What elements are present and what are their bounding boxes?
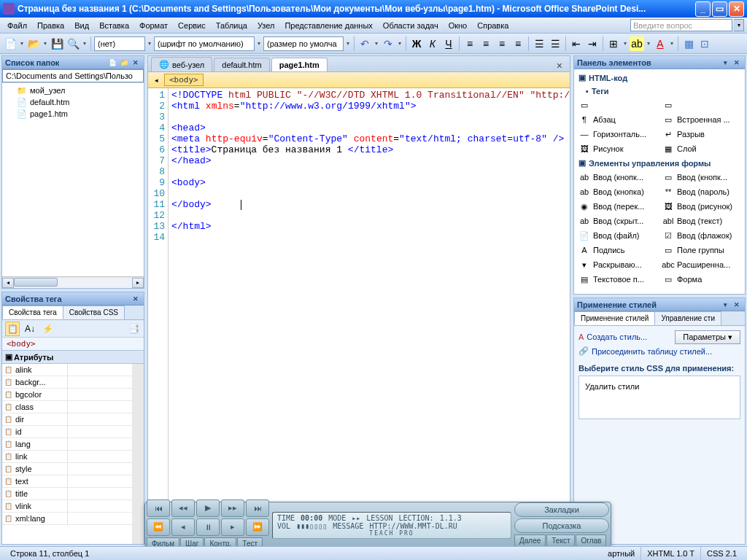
props-events-icon[interactable]: ⚡	[40, 322, 55, 336]
menu-dataview[interactable]: Представление данных	[280, 20, 376, 31]
folder-hscroll[interactable]: ◂▸	[2, 276, 144, 288]
align-left-icon[interactable]: ≡	[462, 36, 477, 51]
attr-name[interactable]: backgr...	[2, 376, 68, 388]
toolbox-menu-icon[interactable]: ▾	[720, 58, 730, 68]
attr-name[interactable]: bgcolor	[2, 389, 68, 400]
file-tab-site[interactable]: 🌐веб-узел	[151, 57, 212, 71]
new-style-link[interactable]: AСоздать стиль...	[578, 330, 675, 343]
toolbox-item[interactable]: ablВвод (текст)	[659, 214, 743, 228]
menu-insert[interactable]: Вставка	[95, 20, 133, 31]
attrs-vscroll[interactable]	[132, 364, 144, 544]
attr-value[interactable]	[68, 364, 132, 376]
borders-icon[interactable]: ⊞	[606, 36, 621, 51]
menu-file[interactable]: Файл	[3, 20, 31, 31]
styles-list[interactable]: Удалить стили	[578, 376, 740, 419]
attr-value[interactable]	[68, 413, 132, 425]
toolbox-item[interactable]: **Ввод (пароль)	[659, 184, 743, 199]
tree-item[interactable]: 📄page1.htm	[4, 108, 142, 120]
code-text[interactable]: <!DOCTYPE html PUBLIC "-//W3C//DTD XHTML…	[169, 88, 570, 544]
close-button[interactable]: ✕	[729, 1, 744, 17]
preview-dropdown[interactable]: ▾	[82, 40, 88, 47]
toolbox-item[interactable]: abcРасширенна...	[659, 257, 743, 272]
bullets-icon[interactable]: ☰	[532, 36, 546, 51]
tag-props-close-icon[interactable]: ✕	[131, 294, 141, 304]
folder-path[interactable]: C:\Documents and Settings\Пользо	[2, 69, 144, 82]
attr-value[interactable]	[68, 475, 132, 487]
toolbox-section-form[interactable]: ▣ Элементы управления формы	[576, 156, 743, 170]
file-tab-default[interactable]: default.htm	[214, 58, 269, 71]
toolbox-item[interactable]: ▭Встроенная ...	[659, 112, 743, 127]
attr-value[interactable]	[68, 426, 132, 438]
attr-name[interactable]: id	[2, 426, 68, 438]
attr-name[interactable]: dir	[2, 413, 68, 425]
toolbox-item[interactable]: ▭Поле группы	[659, 243, 743, 257]
toolbox-section-html[interactable]: ▣ HTML-код	[576, 71, 743, 85]
toolbox-item[interactable]: ↵Разрыв	[659, 127, 743, 141]
tab-manage-styles[interactable]: Управление сти	[654, 311, 721, 325]
styles-close-icon[interactable]: ✕	[732, 300, 742, 310]
attr-name[interactable]: title	[2, 488, 68, 499]
new-icon[interactable]: 📄	[3, 36, 18, 51]
attr-name[interactable]: xml:lang	[2, 513, 68, 524]
undo-icon[interactable]: ↶	[357, 36, 372, 51]
file-tab-page1[interactable]: page1.htm	[271, 58, 328, 71]
redo-icon[interactable]: ↷	[381, 36, 395, 51]
toolbox-item[interactable]: ▦Слой	[659, 141, 743, 156]
tab-tag-props[interactable]: Свойства тега	[2, 306, 63, 319]
toolbox-item[interactable]: 🖼Ввод (рисунок)	[659, 199, 743, 214]
attrs-section-header[interactable]: ▣Атрибуты	[2, 350, 144, 364]
preview-icon[interactable]: 🔍	[66, 36, 80, 51]
open-dropdown[interactable]: ▾	[42, 40, 48, 47]
help-search-input[interactable]: Введите вопрос	[630, 19, 732, 31]
mp-play[interactable]: ▶	[196, 499, 220, 517]
mp-forward[interactable]: ▸▸	[221, 499, 244, 517]
breadcrumb-back-icon[interactable]: ◂	[151, 75, 161, 85]
tab-apply-styles[interactable]: Применение стилей	[574, 311, 655, 325]
maximize-button[interactable]: ▭	[712, 1, 727, 17]
mp-pause[interactable]: ⏸	[196, 518, 220, 536]
mp-step-back[interactable]: ◂	[171, 518, 195, 536]
highlight-icon[interactable]: ab	[630, 36, 644, 51]
attr-value[interactable]	[68, 376, 132, 388]
toolbox-item[interactable]: ▭Ввод (кнопк...	[659, 170, 743, 184]
attr-value[interactable]	[68, 389, 132, 400]
menu-table[interactable]: Таблица	[212, 20, 252, 31]
mp-hint-button[interactable]: Подсказка	[514, 518, 609, 533]
table-icon[interactable]: ▦	[681, 36, 696, 51]
mp-next-chapter[interactable]: ⏭	[246, 499, 269, 517]
attr-name[interactable]: class	[2, 401, 68, 413]
menu-view[interactable]: Вид	[70, 20, 93, 31]
toolbox-item[interactable]: ▭Форма	[659, 272, 743, 287]
align-right-icon[interactable]: ≡	[495, 36, 509, 51]
attr-value[interactable]	[68, 463, 132, 475]
toolbox-item[interactable]: AПодпись	[576, 243, 659, 257]
toolbox-item[interactable]: ¶Абзац	[576, 112, 659, 127]
menu-tools[interactable]: Сервис	[174, 20, 210, 31]
toolbox-close-icon[interactable]: ✕	[732, 58, 742, 68]
size-combo[interactable]: (размер по умолча	[263, 36, 344, 51]
align-center-icon[interactable]: ≡	[479, 36, 493, 51]
toolbox-item[interactable]: abВвод (кнопк...	[576, 170, 659, 184]
mp-tab-next[interactable]: Далее	[514, 534, 546, 547]
props-categorized-icon[interactable]: 📋	[5, 322, 20, 336]
code-editor[interactable]: 1234567891011121314 <!DOCTYPE html PUBLI…	[148, 88, 570, 544]
mp-first[interactable]: ⏪	[147, 518, 170, 536]
file-tab-close-icon[interactable]: ×	[552, 60, 567, 71]
menu-window[interactable]: Окно	[444, 20, 472, 31]
mp-bookmarks-button[interactable]: Закладки	[514, 502, 609, 517]
help-search-dropdown[interactable]: ▾	[734, 19, 744, 31]
mp-rewind[interactable]: ◂◂	[171, 499, 195, 517]
attach-stylesheet-link[interactable]: 🔗Присоединить таблицу стилей...	[578, 344, 740, 358]
folder-panel-newfolder-icon[interactable]: 📁	[119, 58, 129, 68]
attr-value[interactable]	[68, 451, 132, 462]
tree-item[interactable]: 📄default.htm	[4, 96, 142, 108]
styles-menu-icon[interactable]: ▾	[720, 300, 730, 310]
toolbox-sub-tags[interactable]: ▪ Теги	[576, 85, 743, 98]
indent-icon[interactable]: ⇥	[585, 36, 600, 51]
menu-format[interactable]: Формат	[135, 20, 172, 31]
toolbox-item[interactable]: ◉Ввод (перек...	[576, 199, 659, 214]
italic-icon[interactable]: К	[425, 36, 440, 51]
attr-value[interactable]	[68, 401, 132, 413]
tab-css-props[interactable]: Свойства CSS	[63, 306, 125, 319]
toolbox-item[interactable]: ▭	[576, 98, 659, 112]
